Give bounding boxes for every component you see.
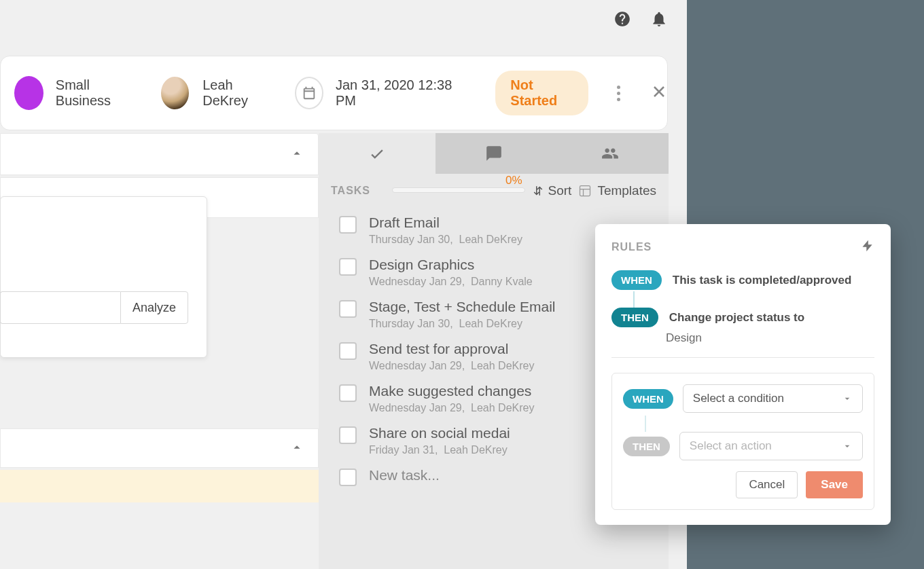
rule-connector <box>645 416 646 432</box>
tab-people[interactable] <box>552 133 669 174</box>
task-checkbox[interactable] <box>339 426 357 444</box>
task-meta: Wednesday Jan 29, Danny Kvale <box>369 276 533 288</box>
rule-when-row: WHEN This task is completed/approved <box>611 270 874 290</box>
left-highlight-bar <box>0 470 319 502</box>
tab-tasks[interactable] <box>319 133 436 174</box>
task-meta: Wednesday Jan 29, Leah DeKrey <box>369 360 534 372</box>
tasks-title: TASKS <box>331 185 370 197</box>
analyze-bar: Analyze <box>0 291 188 324</box>
when-pill: WHEN <box>611 270 662 290</box>
chevron-up-icon <box>289 146 304 164</box>
task-meta: Friday Jan 31, Leah DeKrey <box>369 444 510 456</box>
user-name[interactable]: Leah DeKrey <box>202 77 270 109</box>
templates-button[interactable]: Templates <box>578 183 656 198</box>
bell-icon[interactable] <box>650 10 668 31</box>
task-checkbox[interactable] <box>339 300 357 318</box>
progress-label: 0% <box>392 174 522 187</box>
templates-label: Templates <box>597 183 656 198</box>
left-section-1[interactable] <box>0 133 319 175</box>
people-icon <box>601 145 619 162</box>
business-avatar[interactable] <box>14 76 43 110</box>
progress-wrap: 0% <box>392 189 525 193</box>
task-title: Stage, Test + Schedule Email <box>369 299 556 315</box>
analyze-button[interactable]: Analyze <box>120 291 188 324</box>
rule-then-text: Change project status to <box>669 308 804 325</box>
task-meta: Wednesday Jan 29, Leah DeKrey <box>369 402 534 414</box>
tasks-toolbar: TASKS 0% Sort Templates <box>319 174 669 202</box>
comment-icon <box>485 145 503 162</box>
tab-comments[interactable] <box>436 133 552 174</box>
divider <box>611 357 874 358</box>
top-bar <box>0 0 687 41</box>
progress-bar <box>392 187 525 193</box>
chevron-down-icon <box>842 393 853 404</box>
new-task-placeholder[interactable]: New task... <box>369 467 440 483</box>
left-section-3[interactable] <box>0 428 319 468</box>
task-title: Make suggested changes <box>369 383 534 399</box>
bolt-icon[interactable] <box>861 239 874 255</box>
rules-panel: RULES WHEN This task is completed/approv… <box>595 224 891 525</box>
rule-when-text: This task is completed/approved <box>673 270 852 287</box>
then-pill-disabled: THEN <box>623 437 670 456</box>
task-meta: Thursday Jan 30, Leah DeKrey <box>369 318 556 330</box>
task-checkbox[interactable] <box>339 384 357 402</box>
condition-select[interactable]: Select a condition <box>683 384 863 413</box>
chevron-up-icon <box>289 440 304 458</box>
calendar-icon[interactable] <box>295 77 323 109</box>
task-checkbox[interactable] <box>339 216 357 234</box>
project-header: Small Business Leah DeKrey Jan 31, 2020 … <box>0 56 668 130</box>
sort-label: Sort <box>548 183 572 198</box>
condition-placeholder: Select a condition <box>693 392 784 405</box>
rules-title: RULES <box>611 241 652 253</box>
task-title: Draft Email <box>369 215 522 231</box>
save-button[interactable]: Save <box>806 471 863 498</box>
task-title: Share on social medai <box>369 425 510 441</box>
task-checkbox[interactable] <box>339 258 357 276</box>
sort-icon <box>532 185 544 197</box>
templates-icon <box>578 184 592 198</box>
project-date[interactable]: Jan 31, 2020 12:38 PM <box>336 77 456 109</box>
panel-tabs <box>319 133 669 174</box>
rule-builder: WHEN Select a condition THEN Select an a… <box>611 373 874 510</box>
action-select[interactable]: Select an action <box>679 432 863 460</box>
business-label[interactable]: Small Business <box>56 77 135 109</box>
task-checkbox[interactable] <box>339 469 357 486</box>
task-title: Design Graphics <box>369 257 533 273</box>
then-pill: THEN <box>611 308 658 327</box>
cancel-button[interactable]: Cancel <box>736 471 798 498</box>
task-checkbox[interactable] <box>339 342 357 360</box>
chevron-down-icon <box>842 441 853 452</box>
rule-then-row: THEN Change project status to <box>611 308 874 327</box>
app-window: Small Business Leah DeKrey Jan 31, 2020 … <box>0 0 687 569</box>
task-meta: Thursday Jan 30, Leah DeKrey <box>369 234 522 246</box>
status-badge[interactable]: Not Started <box>495 71 588 115</box>
check-icon <box>368 145 386 162</box>
svg-rect-0 <box>580 186 590 196</box>
action-placeholder: Select an action <box>690 439 772 453</box>
more-menu-icon[interactable] <box>611 86 626 101</box>
analyze-input[interactable] <box>0 291 120 324</box>
help-icon[interactable] <box>614 10 631 31</box>
task-title: Send test for approval <box>369 341 534 357</box>
close-icon[interactable] <box>651 84 667 103</box>
rule-connector <box>633 291 635 308</box>
rule-then-value: Design <box>666 331 874 345</box>
user-avatar[interactable] <box>160 75 190 111</box>
when-pill: WHEN <box>623 389 673 409</box>
sort-button[interactable]: Sort <box>532 183 572 198</box>
left-card <box>0 196 207 358</box>
